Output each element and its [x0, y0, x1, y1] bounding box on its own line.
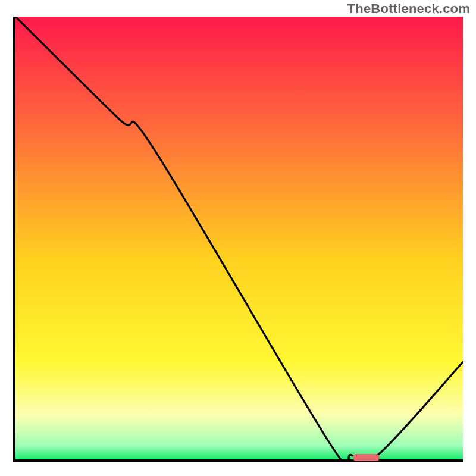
watermark-text: TheBottleneck.com	[347, 1, 470, 17]
gradient-background	[15, 17, 463, 459]
chart-container: TheBottleneck.com	[0, 0, 476, 476]
svg-rect-0	[15, 17, 463, 459]
minimum-marker	[353, 454, 380, 461]
plot-area	[13, 17, 463, 462]
